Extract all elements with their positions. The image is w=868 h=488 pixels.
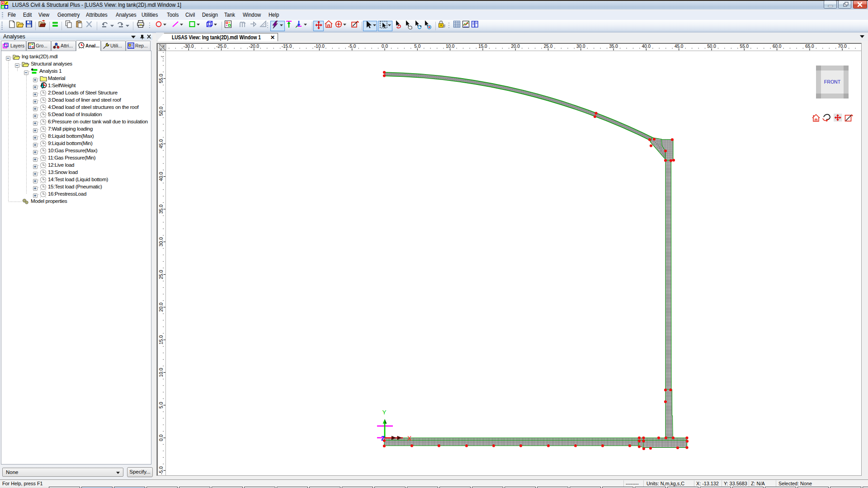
svg-text:X: X <box>407 435 412 442</box>
svg-text:5.0: 5.0 <box>158 402 164 408</box>
svg-text:-5.0: -5.0 <box>158 466 164 474</box>
svg-text:55.0: 55.0 <box>158 74 164 83</box>
svg-text:60.0: 60.0 <box>773 44 782 49</box>
svg-text:45.0: 45.0 <box>158 139 164 149</box>
svg-text:50.0: 50.0 <box>158 107 164 116</box>
svg-text:30.0: 30.0 <box>158 237 164 247</box>
svg-text:FRONT: FRONT <box>824 79 841 84</box>
svg-text:25.0: 25.0 <box>544 44 553 49</box>
svg-text:Y: Y <box>160 47 162 52</box>
svg-text:35.0: 35.0 <box>158 205 164 214</box>
svg-text:0.0: 0.0 <box>382 44 388 49</box>
svg-text:45.0: 45.0 <box>675 44 684 49</box>
svg-text:20.0: 20.0 <box>511 44 520 49</box>
svg-text:-25.0: -25.0 <box>216 44 226 49</box>
svg-text:X: X <box>162 44 165 48</box>
svg-text:-30.0: -30.0 <box>184 44 194 49</box>
svg-text:15.0: 15.0 <box>478 44 487 49</box>
svg-text:35.0: 35.0 <box>609 44 618 49</box>
svg-text:25.0: 25.0 <box>158 270 164 279</box>
svg-text:70.0: 70.0 <box>838 44 847 49</box>
svg-text:-20.0: -20.0 <box>249 44 259 49</box>
svg-text:10.0: 10.0 <box>158 368 164 377</box>
svg-text:30.0: 30.0 <box>576 44 585 49</box>
svg-text:50.0: 50.0 <box>707 44 716 49</box>
svg-text:65.0: 65.0 <box>805 44 814 49</box>
svg-text:15.0: 15.0 <box>158 335 164 345</box>
svg-text:-5.0: -5.0 <box>348 44 356 49</box>
svg-text:40.0: 40.0 <box>642 44 651 49</box>
svg-text:-10.0: -10.0 <box>314 44 325 49</box>
svg-text:20.0: 20.0 <box>158 302 164 312</box>
svg-text:-15.0: -15.0 <box>282 44 292 49</box>
svg-text:Y: Y <box>382 409 387 416</box>
svg-text:5.0: 5.0 <box>414 44 420 49</box>
svg-text:40.0: 40.0 <box>158 172 164 181</box>
svg-text:55.0: 55.0 <box>740 44 749 49</box>
svg-text:0.0: 0.0 <box>158 435 164 441</box>
svg-text:10.0: 10.0 <box>446 44 455 49</box>
